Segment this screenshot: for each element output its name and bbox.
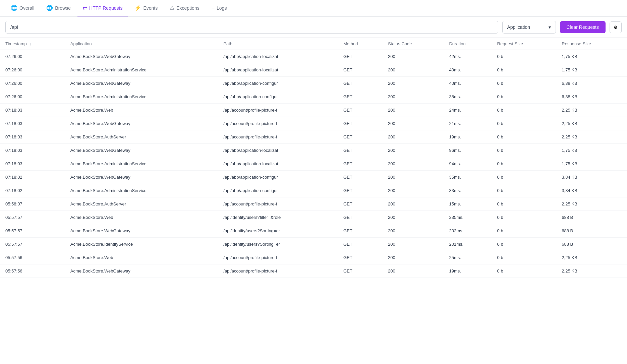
cell-status: 200 (383, 77, 444, 90)
cell-status: 200 (383, 157, 444, 171)
cell-status: 200 (383, 171, 444, 184)
tab-events[interactable]: Events (129, 0, 163, 16)
col-method: Method (338, 38, 383, 50)
cell-timestamp: 07:18:03 (0, 104, 65, 117)
search-input[interactable] (5, 21, 498, 34)
cell-path: /api/identity/users?Sorting=er (218, 224, 338, 238)
table-row[interactable]: 05:57:56Acme.BookStore.WebGateway/api/ac… (0, 264, 627, 278)
table-row[interactable]: 07:26:00Acme.BookStore.WebGateway/api/ab… (0, 77, 627, 90)
cell-timestamp: 07:18:03 (0, 117, 65, 130)
cell-status: 200 (383, 63, 444, 77)
application-dropdown[interactable]: Application (502, 21, 556, 34)
tab-http-requests[interactable]: HTTP Requests (77, 0, 128, 16)
cell-duration: 201ms. (444, 238, 492, 251)
table-row[interactable]: 07:26:00Acme.BookStore.AdministrationSer… (0, 63, 627, 77)
cell-path: /api/identity/users?Sorting=er (218, 238, 338, 251)
cell-method: GET (338, 211, 383, 224)
cell-application: Acme.BookStore.WebGateway (65, 144, 218, 157)
cell-duration: 96ms. (444, 144, 492, 157)
cell-timestamp: 07:18:02 (0, 184, 65, 197)
cell-path: /api/abp/application-configur (218, 184, 338, 197)
cell-timestamp: 05:57:57 (0, 224, 65, 238)
bolt-icon (134, 5, 141, 11)
cell-timestamp: 07:26:00 (0, 63, 65, 77)
requests-table-container: Timestamp ↓ Application Path Method Stat… (0, 38, 627, 278)
table-row[interactable]: 07:18:02Acme.BookStore.AdministrationSer… (0, 184, 627, 197)
cell-req-size: 0 b (492, 63, 557, 77)
cell-status: 200 (383, 144, 444, 157)
col-timestamp[interactable]: Timestamp ↓ (0, 38, 65, 50)
cell-duration: 19ms. (444, 130, 492, 144)
cell-application: Acme.BookStore.AdministrationService (65, 90, 218, 104)
cell-req-size: 0 b (492, 130, 557, 144)
cell-application: Acme.BookStore.AdministrationService (65, 63, 218, 77)
table-row[interactable]: 05:57:56Acme.BookStore.Web/api/account/p… (0, 251, 627, 264)
cell-path: /api/account/profile-picture-f (218, 197, 338, 211)
cell-res-size: 688 B (556, 224, 627, 238)
tab-overall[interactable]: Overall (5, 0, 40, 16)
cell-path: /api/account/profile-picture-f (218, 104, 338, 117)
cell-duration: 21ms. (444, 117, 492, 130)
cell-application: Acme.BookStore.WebGateway (65, 264, 218, 278)
cell-req-size: 0 b (492, 264, 557, 278)
table-row[interactable]: 05:57:57Acme.BookStore.IdentityService/a… (0, 238, 627, 251)
http-icon (83, 5, 87, 11)
table-row[interactable]: 07:18:03Acme.BookStore.AuthServer/api/ac… (0, 130, 627, 144)
cell-application: Acme.BookStore.Web (65, 211, 218, 224)
clear-requests-button[interactable]: Clear Requests (560, 21, 606, 33)
cell-application: Acme.BookStore.WebGateway (65, 117, 218, 130)
cell-res-size: 2,25 KB (556, 117, 627, 130)
cell-method: GET (338, 130, 383, 144)
col-path: Path (218, 38, 338, 50)
table-row[interactable]: 07:18:02Acme.BookStore.WebGateway/api/ab… (0, 171, 627, 184)
cell-application: Acme.BookStore.AdministrationService (65, 157, 218, 171)
cell-req-size: 0 b (492, 238, 557, 251)
cell-res-size: 2,25 KB (556, 130, 627, 144)
cell-duration: 24ms. (444, 104, 492, 117)
table-body: 07:26:00Acme.BookStore.WebGateway/api/ab… (0, 50, 627, 278)
cell-req-size: 0 b (492, 117, 557, 130)
cell-res-size: 2,25 KB (556, 264, 627, 278)
cell-req-size: 0 b (492, 211, 557, 224)
cell-duration: 40ms. (444, 63, 492, 77)
cell-req-size: 0 b (492, 50, 557, 63)
cell-application: Acme.BookStore.WebGateway (65, 224, 218, 238)
cell-path: /api/abp/application-localizat (218, 63, 338, 77)
cell-res-size: 1,75 KB (556, 50, 627, 63)
cell-application: Acme.BookStore.WebGateway (65, 50, 218, 63)
cell-path: /api/abp/application-configur (218, 77, 338, 90)
cell-application: Acme.BookStore.Web (65, 104, 218, 117)
cell-path: /api/identity/users?filter=&role (218, 211, 338, 224)
cell-path: /api/abp/application-localizat (218, 144, 338, 157)
tab-exceptions[interactable]: Exceptions (164, 0, 205, 16)
settings-button[interactable] (610, 21, 622, 33)
table-row[interactable]: 05:57:57Acme.BookStore.Web/api/identity/… (0, 211, 627, 224)
cell-application: Acme.BookStore.Web (65, 251, 218, 264)
cell-duration: 94ms. (444, 157, 492, 171)
tab-logs[interactable]: Logs (206, 0, 232, 16)
cell-duration: 42ms. (444, 50, 492, 63)
table-row[interactable]: 05:57:57Acme.BookStore.WebGateway/api/id… (0, 224, 627, 238)
cell-timestamp: 07:18:03 (0, 144, 65, 157)
globe-icon (11, 5, 17, 11)
cell-duration: 235ms. (444, 211, 492, 224)
cell-timestamp: 05:57:56 (0, 264, 65, 278)
cell-timestamp: 07:26:00 (0, 50, 65, 63)
table-row[interactable]: 07:18:03Acme.BookStore.WebGateway/api/ab… (0, 144, 627, 157)
table-row[interactable]: 07:26:00Acme.BookStore.WebGateway/api/ab… (0, 50, 627, 63)
cell-req-size: 0 b (492, 251, 557, 264)
cell-duration: 35ms. (444, 171, 492, 184)
table-row[interactable]: 07:26:00Acme.BookStore.AdministrationSer… (0, 90, 627, 104)
cell-res-size: 2,25 KB (556, 197, 627, 211)
cell-path: /api/abp/application-configur (218, 90, 338, 104)
cell-status: 200 (383, 130, 444, 144)
cell-res-size: 6,38 KB (556, 90, 627, 104)
table-row[interactable]: 07:18:03Acme.BookStore.WebGateway/api/ac… (0, 117, 627, 130)
cell-application: Acme.BookStore.AuthServer (65, 130, 218, 144)
table-row[interactable]: 07:18:03Acme.BookStore.Web/api/account/p… (0, 104, 627, 117)
cell-duration: 202ms. (444, 224, 492, 238)
table-row[interactable]: 05:58:07Acme.BookStore.AuthServer/api/ac… (0, 197, 627, 211)
table-row[interactable]: 07:18:03Acme.BookStore.AdministrationSer… (0, 157, 627, 171)
cell-timestamp: 07:26:00 (0, 90, 65, 104)
tab-browse[interactable]: Browse (41, 0, 76, 16)
